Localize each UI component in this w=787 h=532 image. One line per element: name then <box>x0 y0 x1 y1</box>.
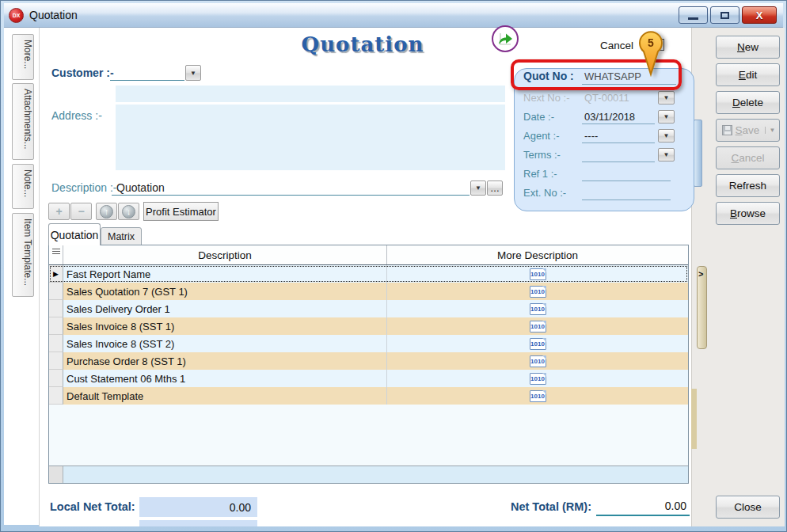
customer-name-display <box>116 86 505 102</box>
column-header-more-description[interactable]: More Description <box>387 245 688 264</box>
row-selector[interactable] <box>49 370 63 387</box>
row-selector[interactable] <box>49 300 63 317</box>
sidebar-item-note[interactable]: Note... <box>12 164 34 209</box>
customer-input[interactable] <box>110 65 184 81</box>
net-total-field: 0.00 <box>596 497 690 516</box>
agent-value[interactable]: ---- <box>584 130 598 142</box>
new-button[interactable]: New <box>716 36 780 59</box>
delete-button[interactable]: Delete <box>716 91 780 114</box>
row-selector[interactable] <box>49 335 63 352</box>
table-row[interactable]: ▶ Fast Report Name 1010 <box>49 265 688 283</box>
more-description-icon[interactable]: 1010 <box>530 286 546 298</box>
title-bar: DX Quotation X <box>4 3 783 28</box>
quot-no-value[interactable]: WHATSAPP <box>584 70 641 82</box>
table-row[interactable]: Default Template 1010 <box>49 387 688 405</box>
chevron-down-icon: ▼ <box>190 70 196 77</box>
minimize-button[interactable] <box>679 6 708 24</box>
refresh-button[interactable]: Refresh <box>716 174 780 197</box>
maximize-button[interactable] <box>710 6 739 24</box>
more-description-icon[interactable]: 1010 <box>530 338 546 350</box>
tab-matrix[interactable]: Matrix <box>101 227 142 245</box>
more-description-icon[interactable]: 1010 <box>530 390 546 402</box>
cancel-checkbox-label: Cancel <box>600 40 633 51</box>
row-selector[interactable] <box>49 283 63 300</box>
chevron-down-icon: ▼ <box>770 127 776 134</box>
background-scrollbar-sliver <box>694 120 702 187</box>
ext-no-input[interactable] <box>582 186 671 200</box>
menu-icon <box>52 249 60 256</box>
table-row[interactable]: Sales Delivery Order 1 1010 <box>49 300 688 317</box>
row-description: Default Template <box>67 390 143 402</box>
page-title: Quotation <box>279 32 446 56</box>
date-value[interactable]: 03/11/2018 <box>584 111 635 123</box>
row-description: Purchase Order 8 (SST 1) <box>67 355 186 367</box>
row-selector[interactable] <box>49 317 63 335</box>
tab-quotation[interactable]: Quotation <box>48 223 101 245</box>
description-value[interactable]: Quotation <box>116 181 165 194</box>
terms-dropdown-button[interactable]: ▼ <box>658 148 675 162</box>
row-selector[interactable]: ▶ <box>49 265 63 283</box>
minimize-icon <box>688 17 698 20</box>
table-row[interactable]: Purchase Order 8 (SST 1) 1010 <box>49 352 688 370</box>
browse-button[interactable]: Browse <box>716 202 780 225</box>
close-window-button[interactable]: X <box>742 6 777 24</box>
background-window-sliver <box>691 389 697 449</box>
quot-no-label: Quot No : <box>523 70 574 82</box>
chevron-down-icon: ▼ <box>663 113 670 120</box>
cancel-checkbox[interactable]: ✓ <box>652 39 664 51</box>
table-row[interactable]: Sales Invoice 8 (SST 2) 1010 <box>49 335 688 352</box>
address-textarea[interactable] <box>116 104 505 170</box>
floppy-disk-icon <box>722 125 732 135</box>
table-empty-area <box>49 405 688 466</box>
description-more-button[interactable]: … <box>487 180 503 196</box>
table-row[interactable]: Sales Invoice 8 (SST 1) 1010 <box>49 317 688 335</box>
description-input[interactable] <box>112 180 470 196</box>
add-row-button[interactable]: + <box>48 203 70 220</box>
description-dropdown-button[interactable]: ▼ <box>470 180 486 196</box>
report-table: Description More Description ▶ Fast Repo… <box>48 245 689 484</box>
row-selector[interactable] <box>49 387 63 405</box>
next-no-dropdown-button[interactable]: ▼ <box>658 91 675 104</box>
net-total-value: 0.00 <box>665 500 686 512</box>
table-menu-cell[interactable] <box>49 245 63 264</box>
remove-row-button[interactable]: − <box>70 203 92 220</box>
customer-dropdown-button[interactable]: ▼ <box>185 65 201 81</box>
next-no-label: Next No :- <box>523 92 570 104</box>
ref1-input[interactable] <box>582 167 671 181</box>
horizontal-scrollbar[interactable] <box>49 466 688 483</box>
check-icon: ✓ <box>654 40 662 51</box>
more-description-icon[interactable]: 1010 <box>530 321 546 332</box>
row-selector[interactable] <box>49 352 63 370</box>
sidebar-item-attachments[interactable]: Attachments... <box>12 83 34 160</box>
move-down-button[interactable]: ↓ <box>118 203 139 220</box>
cancel-button[interactable]: Cancel <box>716 146 780 169</box>
close-button[interactable]: Close <box>716 496 780 519</box>
ref1-label: Ref 1 :- <box>523 168 557 180</box>
share-button[interactable] <box>492 25 519 52</box>
close-icon: X <box>756 10 763 21</box>
edit-button[interactable]: Edit <box>716 63 780 86</box>
save-dropdown-arrow[interactable]: ▼ <box>765 127 779 134</box>
more-description-icon[interactable]: 1010 <box>530 355 546 367</box>
column-header-description[interactable]: Description <box>63 245 387 264</box>
sidebar-item-more[interactable]: More... <box>12 34 34 80</box>
table-row[interactable]: Cust Statement 06 Mths 1 1010 <box>49 370 688 387</box>
save-button[interactable]: Save ▼ <box>716 119 780 142</box>
terms-input[interactable] <box>582 148 655 162</box>
customer-label: Customer :- <box>51 66 114 79</box>
more-description-icon[interactable]: 1010 <box>530 303 546 315</box>
window-title: Quotation <box>29 9 78 21</box>
more-description-icon[interactable]: 1010 <box>530 268 546 280</box>
date-dropdown-button[interactable]: ▼ <box>658 110 675 124</box>
agent-dropdown-button[interactable]: ▼ <box>658 129 675 142</box>
more-description-icon[interactable]: 1010 <box>530 373 546 385</box>
profit-estimator-button[interactable]: Profit Estimator <box>143 202 219 221</box>
app-icon: DX <box>9 8 24 23</box>
ellipsis-icon: … <box>490 183 500 194</box>
move-up-button[interactable]: ↑ <box>96 203 117 220</box>
expand-panel-arrow-icon[interactable]: > <box>698 269 706 279</box>
table-row[interactable]: Sales Quotation 7 (GST 1) 1010 <box>49 283 688 300</box>
chevron-down-icon: ▼ <box>663 132 670 139</box>
sidebar-item-item-template[interactable]: Item Template... <box>12 213 34 297</box>
row-description: Cust Statement 06 Mths 1 <box>67 373 185 385</box>
